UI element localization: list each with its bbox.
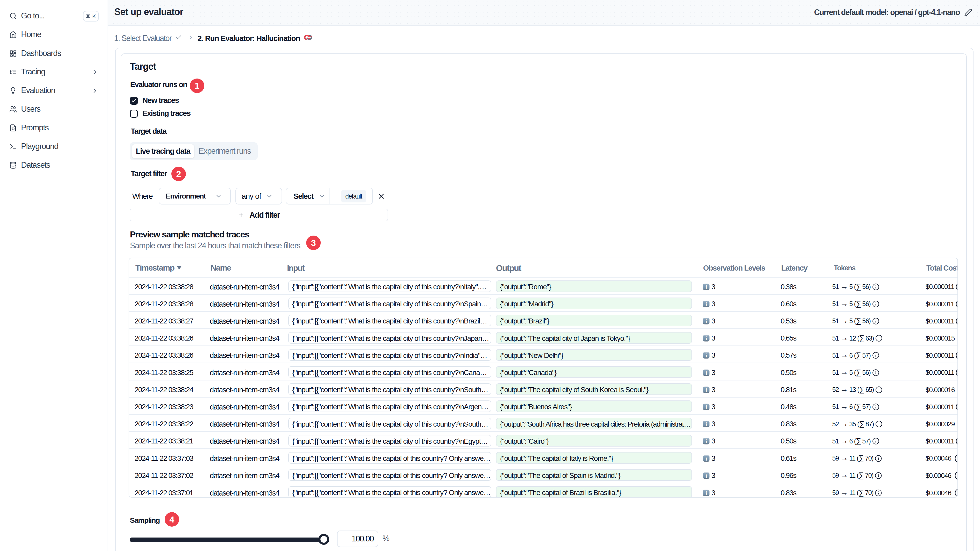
svg-text:i: i — [705, 421, 707, 427]
svg-text:i: i — [705, 319, 707, 324]
svg-text:i: i — [705, 353, 707, 359]
svg-text:i: i — [705, 404, 707, 410]
svg-text:i: i — [705, 336, 707, 341]
svg-text:i: i — [705, 473, 707, 479]
svg-text:i: i — [705, 438, 707, 444]
svg-text:i: i — [705, 302, 707, 307]
svg-text:i: i — [705, 387, 707, 393]
svg-text:i: i — [705, 491, 707, 496]
svg-text:i: i — [705, 284, 707, 290]
svg-text:i: i — [705, 370, 707, 376]
svg-text:i: i — [705, 456, 707, 462]
